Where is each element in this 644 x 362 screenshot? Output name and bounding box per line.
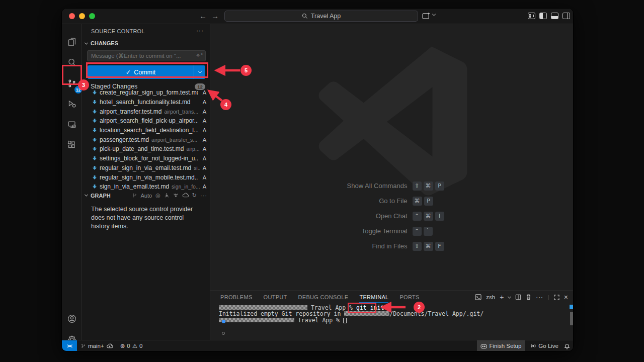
- panel-tabs: PROBLEMS OUTPUT DEBUG CONSOLE TERMINAL P…: [220, 291, 420, 304]
- branch-status-item[interactable]: main+: [77, 340, 117, 351]
- command-center-search[interactable]: Travel App: [224, 11, 418, 22]
- branch-name: main+: [88, 343, 104, 349]
- kill-terminal-icon[interactable]: [526, 294, 531, 300]
- commit-message-input[interactable]: [87, 50, 206, 61]
- scm-file-row[interactable]: settings_block_for_not_logged-in_u... A: [82, 154, 210, 163]
- scm-file-row[interactable]: location_search_field_destination_l... A: [82, 126, 210, 135]
- forward-arrow-icon[interactable]: →: [211, 12, 219, 20]
- remote-indicator[interactable]: ><: [62, 340, 77, 351]
- scm-file-row[interactable]: passenger.test.md airport_transfer_s... …: [82, 135, 210, 144]
- command-pending-decoration: [222, 332, 225, 335]
- chevron-down-icon[interactable]: [433, 12, 435, 17]
- explorer-icon[interactable]: [64, 34, 80, 50]
- maximize-panel-icon[interactable]: [554, 295, 559, 300]
- scm-file-row[interactable]: pick-up_date_and_time.test.md airp... A: [82, 144, 210, 154]
- commit-button[interactable]: ✓ Commit: [88, 65, 205, 79]
- target-icon[interactable]: ◎: [155, 192, 160, 199]
- errors-count: 0: [127, 343, 130, 349]
- terminal-scrollbar[interactable]: [570, 304, 574, 339]
- search-value: Travel App: [311, 13, 341, 20]
- scrollbar-thumb[interactable]: [570, 312, 573, 325]
- shortcut-label: Open Chat: [272, 212, 413, 220]
- notifications-bell-icon[interactable]: [564, 343, 570, 349]
- toggle-panel-icon[interactable]: [551, 12, 558, 21]
- pull-icon[interactable]: [173, 193, 179, 198]
- finish-setup-item[interactable]: Finish Setup: [477, 340, 525, 351]
- tab-debug-console[interactable]: DEBUG CONSOLE: [298, 292, 349, 302]
- changes-section-header[interactable]: CHANGES: [85, 40, 118, 46]
- vscode-window: ← → Travel App 12: [61, 8, 574, 351]
- split-terminal-icon[interactable]: [515, 294, 521, 300]
- sidebar-title: SOURCE CONTROL: [91, 28, 145, 34]
- go-live-item[interactable]: Go Live: [527, 340, 562, 351]
- sidebar-more-actions[interactable]: ···: [196, 27, 204, 34]
- test-md-file-icon: [92, 137, 97, 142]
- terminal-output[interactable]: Travel App % git init Initialized empty …: [219, 305, 484, 323]
- extensions-icon[interactable]: [64, 137, 80, 153]
- terminal-dropdown-icon[interactable]: [508, 295, 511, 298]
- customize-layout-icon[interactable]: [528, 12, 535, 21]
- minimize-traffic-light[interactable]: [79, 13, 85, 19]
- test-md-file-icon: [92, 100, 97, 105]
- scm-file-row[interactable]: hotel_search_functionality.test.md A: [82, 98, 210, 107]
- scm-file-row[interactable]: create_regular_sign_up_form.test.md A: [82, 88, 210, 98]
- graph-more-actions[interactable]: ···: [200, 193, 207, 199]
- auto-label[interactable]: Auto: [141, 193, 152, 199]
- file-name: create_regular_sign_up_form.test.md: [100, 89, 198, 96]
- terminal-cursor: [343, 318, 347, 323]
- shortcut-row: Show All Commands ⇧⌘P: [210, 181, 574, 191]
- shortcut-keys: ⌘P: [413, 197, 513, 206]
- scm-file-row[interactable]: airport_transfer.test.md airport_trans..…: [82, 107, 210, 116]
- toggle-primary-sidebar-icon[interactable]: [539, 12, 547, 21]
- file-name: hotel_search_functionality.test.md: [100, 99, 191, 106]
- title-bar: ← → Travel App: [62, 9, 573, 24]
- test-md-file-icon: [92, 175, 97, 180]
- tab-problems[interactable]: PROBLEMS: [220, 292, 253, 302]
- generate-commit-message-icon[interactable]: ✧✧: [196, 52, 203, 59]
- scm-file-row[interactable]: sign_in_via_email.test.md sign_in_fo... …: [82, 182, 210, 192]
- search-sidebar-icon[interactable]: [64, 54, 80, 70]
- scm-file-row[interactable]: regular_sign_in_via_mobile.test.md... A: [82, 172, 210, 182]
- warnings-count: 0: [139, 343, 142, 349]
- source-control-icon[interactable]: 12: [64, 75, 80, 92]
- file-name: pick-up_date_and_time.test.md: [100, 145, 184, 152]
- scm-file-row[interactable]: airport_search_field_pick-up_airpor... A: [82, 116, 210, 126]
- graph-section-header[interactable]: GRAPH Auto ◎ ↻ ···: [85, 192, 207, 199]
- git-status-badge: A: [203, 146, 206, 152]
- shortcut-row: Toggle Terminal ⌃`: [210, 226, 574, 236]
- fetch-icon[interactable]: [164, 193, 170, 198]
- git-status-badge: A: [203, 118, 206, 124]
- refresh-icon[interactable]: ↻: [192, 192, 197, 199]
- tab-terminal[interactable]: TERMINAL: [359, 292, 388, 303]
- branch-icon[interactable]: [132, 193, 137, 198]
- copilot-chat-button[interactable]: [422, 12, 431, 22]
- run-debug-icon[interactable]: [64, 96, 80, 112]
- close-traffic-light[interactable]: [69, 13, 75, 19]
- vscode-logo-watermark: [317, 45, 471, 199]
- account-icon[interactable]: [64, 311, 80, 327]
- zoom-traffic-light[interactable]: [89, 13, 95, 19]
- scm-file-row[interactable]: regular_sign_in_via_email.test.md si... …: [82, 163, 210, 173]
- tab-ports[interactable]: PORTS: [399, 292, 419, 302]
- warnings-icon: ⚠: [132, 342, 137, 349]
- tab-output[interactable]: OUTPUT: [264, 292, 287, 302]
- commit-dropdown[interactable]: [194, 65, 205, 79]
- branch-icon: [80, 343, 86, 349]
- file-path: airport_trans...: [164, 109, 200, 115]
- graph-toolbar: Auto ◎ ↻ ···: [132, 192, 207, 199]
- remote-explorer-icon[interactable]: [64, 117, 80, 133]
- broadcast-icon: [530, 343, 536, 349]
- shortcut-keys: ⌃⌘I: [413, 212, 513, 221]
- file-name: airport_transfer.test.md: [100, 108, 162, 115]
- cloud-icon[interactable]: [182, 193, 189, 198]
- panel-more-actions[interactable]: ···: [536, 294, 543, 300]
- back-arrow-icon[interactable]: ←: [199, 12, 207, 20]
- toggle-secondary-sidebar-icon[interactable]: [562, 12, 570, 21]
- problems-status-item[interactable]: ⊗ 0 ⚠ 0: [117, 340, 146, 351]
- close-panel-icon[interactable]: ×: [564, 293, 568, 301]
- shell-label[interactable]: zsh: [486, 294, 495, 300]
- key-chip: P: [424, 197, 433, 206]
- git-status-badge: A: [203, 137, 206, 143]
- key-chip: ⌃: [413, 227, 422, 236]
- new-terminal-icon[interactable]: +: [500, 293, 504, 301]
